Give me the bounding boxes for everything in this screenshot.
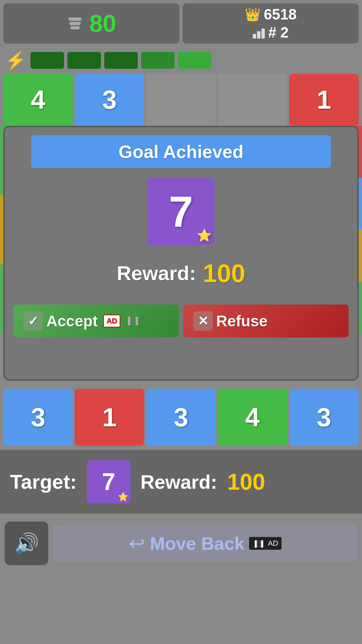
bottom-tiles-row: 3 1 3 4 3 [0, 389, 362, 446]
move-back-arrow-icon: ↩ [129, 532, 145, 555]
reward-label: Reward: [117, 262, 196, 285]
bottom-action-bar: 🔊 ↩ Move Back ▐░▌ AD [0, 517, 362, 570]
tile-bottom-2[interactable]: 1 [75, 389, 144, 446]
energy-bar-3 [104, 52, 138, 69]
tile-bottom-3[interactable]: 3 [146, 389, 216, 446]
rank-score: 6518 [264, 6, 297, 23]
coin-icon [66, 15, 84, 32]
modal-title-bar: Goal Achieved [31, 135, 331, 168]
top-tiles-row: 4 3 1 [0, 74, 362, 126]
film-strip-icon-moveback: ▐░▌ [252, 540, 265, 547]
move-back-ad-badge: ▐░▌ AD [249, 537, 282, 550]
energy-bar-1 [31, 52, 64, 69]
film-strip-icon-accept: ▐░▌ [125, 317, 141, 325]
score-value: 80 [89, 10, 116, 37]
modal-tile-container: 7 ⭐ [147, 178, 215, 245]
sound-button[interactable]: 🔊 [5, 522, 48, 565]
modal-tile-star: ⭐ [197, 228, 212, 243]
move-back-button[interactable]: ↩ Move Back ▐░▌ AD [53, 525, 357, 562]
target-tile: 7 ⭐ [87, 460, 130, 503]
refuse-icon-bg: ✕ [193, 311, 213, 331]
tile-bottom-4[interactable]: 4 [218, 389, 287, 446]
tile-top-4 [218, 74, 287, 126]
target-label: Target: [10, 470, 77, 493]
reward-value: 100 [203, 259, 245, 288]
accept-icon-bg: ✓ [23, 311, 43, 331]
target-bar: Target: 7 ⭐ Reward: 100 [0, 450, 362, 514]
accept-ad-badge: AD [103, 315, 121, 327]
rank-number: # 2 [268, 24, 289, 41]
energy-bar-5 [178, 52, 212, 69]
goal-achieved-modal: Goal Achieved 7 ⭐ Reward: 100 ✓ Accept A… [3, 126, 359, 381]
score-box: 80 [3, 3, 179, 44]
tile-bottom-5[interactable]: 3 [289, 389, 359, 446]
target-tile-star: ⭐ [118, 492, 128, 502]
lightning-icon: ⚡ [5, 50, 26, 71]
bar-chart-icon [253, 26, 265, 39]
energy-bar-2 [67, 52, 101, 69]
accept-label: Accept [46, 312, 98, 330]
move-back-label: Move Back [150, 533, 244, 554]
accept-button[interactable]: ✓ Accept AD ▐░▌ [13, 305, 179, 337]
top-bar: 80 👑 6518 # 2 [0, 0, 362, 47]
tile-top-2[interactable]: 3 [75, 74, 144, 126]
rank-box: 👑 6518 # 2 [183, 3, 359, 44]
energy-bars [31, 52, 212, 69]
speaker-icon: 🔊 [14, 532, 39, 555]
tile-top-1[interactable]: 4 [3, 74, 73, 126]
modal-buttons: ✓ Accept AD ▐░▌ ✕ Refuse [13, 305, 348, 337]
crown-icon: 👑 [245, 7, 260, 22]
target-reward-value: 100 [227, 469, 265, 495]
modal-title: Goal Achieved [118, 142, 243, 162]
refuse-button[interactable]: ✕ Refuse [183, 305, 349, 337]
energy-row: ⚡ [0, 47, 362, 74]
reward-row: Reward: 100 [117, 259, 245, 288]
tile-bottom-1[interactable]: 3 [3, 389, 73, 446]
tile-top-5[interactable]: 1 [289, 74, 359, 126]
tile-top-3 [146, 74, 216, 126]
checkmark-icon: ✓ [28, 314, 39, 328]
modal-tile: 7 ⭐ [147, 178, 215, 245]
x-icon: ✕ [198, 314, 208, 328]
energy-bar-4 [141, 52, 175, 69]
refuse-label: Refuse [216, 312, 267, 330]
target-reward-label: Reward: [140, 471, 217, 493]
